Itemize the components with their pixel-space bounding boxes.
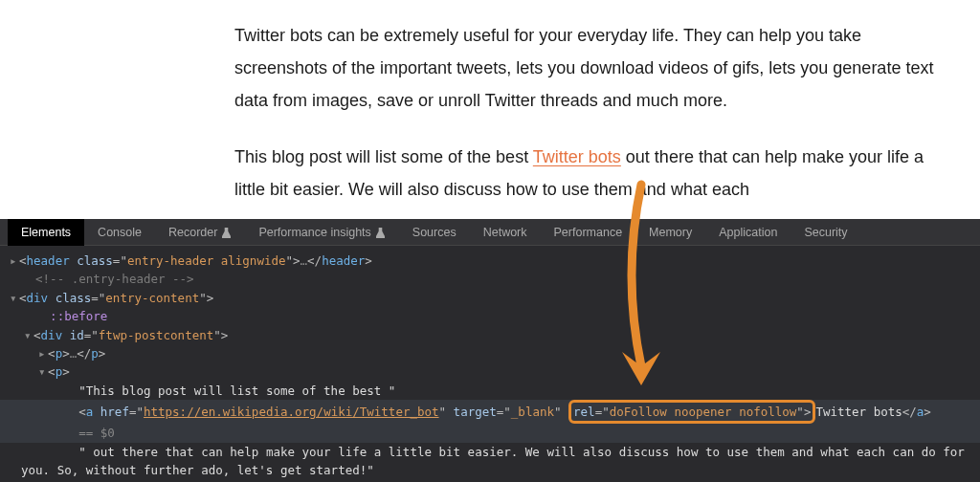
article-paragraph-1: Twitter bots can be extremely useful for… bbox=[234, 19, 942, 118]
tab-perf-insights-label: Performance insights bbox=[258, 226, 370, 239]
code-line-p1[interactable]: ▸<p>…</p> bbox=[0, 344, 980, 362]
tab-elements[interactable]: Elements bbox=[8, 219, 84, 246]
code-line-selected-marker: == $0 bbox=[0, 424, 980, 442]
code-line-div-entry-content[interactable]: ▾<div class="entry-content"> bbox=[0, 289, 980, 307]
code-line-div-postcontent[interactable]: ▾<div id="ftwp-postcontent"> bbox=[0, 326, 980, 344]
elements-panel[interactable]: ▸<header class="entry-header alignwide">… bbox=[0, 246, 980, 482]
code-line-p2-open[interactable]: ▾<p> bbox=[0, 362, 980, 381]
tab-sources[interactable]: Sources bbox=[399, 219, 470, 246]
tab-console[interactable]: Console bbox=[84, 219, 155, 246]
rel-attribute-highlight: rel="doFollow noopener nofollow"> bbox=[568, 400, 815, 424]
devtools-panel: Elements Console Recorder Performance in… bbox=[0, 219, 980, 482]
tab-performance-insights[interactable]: Performance insights bbox=[245, 219, 398, 246]
arrow-annotation bbox=[608, 180, 684, 400]
code-line-header[interactable]: ▸<header class="entry-header alignwide">… bbox=[0, 252, 980, 270]
code-line-pseudo-before[interactable]: ::before bbox=[0, 307, 980, 325]
article-paragraph-2: This blog post will list some of the bes… bbox=[234, 141, 942, 206]
article-content: Twitter bots can be extremely useful for… bbox=[0, 0, 980, 248]
code-line-comment[interactable]: <!-- .entry-header --> bbox=[0, 270, 980, 288]
tab-network[interactable]: Network bbox=[470, 219, 541, 246]
tab-security[interactable]: Security bbox=[791, 219, 860, 246]
devtools-tabs: Elements Console Recorder Performance in… bbox=[0, 219, 980, 246]
paragraph-2-text-before: This blog post will list some of the bes… bbox=[234, 147, 533, 166]
tab-application[interactable]: Application bbox=[705, 219, 791, 246]
flask-icon bbox=[376, 228, 386, 237]
twitter-bots-link[interactable]: Twitter bots bbox=[533, 147, 621, 166]
tab-recorder-label: Recorder bbox=[168, 226, 217, 239]
code-line-text2[interactable]: " out there that can help make your life… bbox=[0, 443, 980, 480]
code-line-anchor[interactable]: <a href="https://en.wikipedia.org/wiki/T… bbox=[0, 400, 980, 424]
anchor-text-content: Twitter bots bbox=[815, 405, 902, 419]
tab-recorder[interactable]: Recorder bbox=[155, 219, 245, 246]
code-line-text1[interactable]: "This blog post will list some of the be… bbox=[0, 382, 980, 400]
flask-icon bbox=[222, 228, 232, 237]
